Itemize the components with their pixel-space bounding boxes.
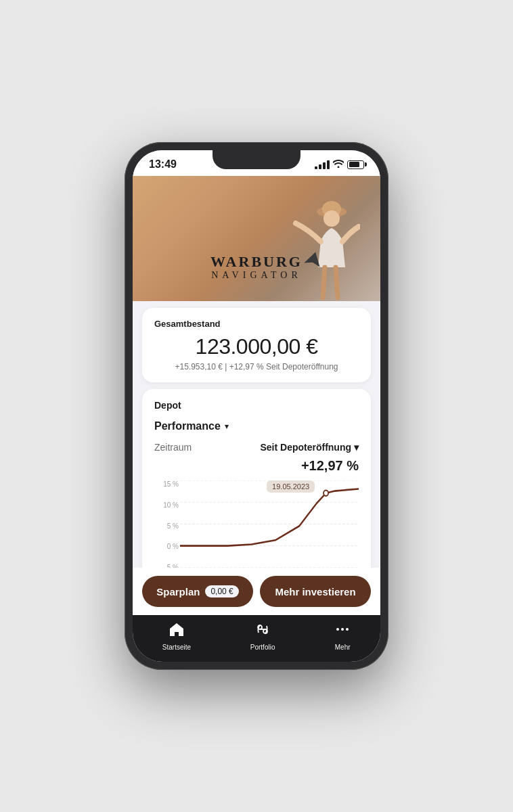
zeitraum-label: Zeitraum — [154, 442, 192, 453]
tab-mehr[interactable]: Mehr — [334, 622, 351, 651]
zeitraum-value-text: Seit Depoteröffnung — [260, 442, 351, 453]
zeitraum-row: Zeitraum Seit Depoteröffnung ▾ — [154, 442, 359, 453]
svg-marker-3 — [304, 250, 323, 267]
performance-percent: +12,97 % — [154, 458, 359, 474]
y-label-15: 15 % — [154, 480, 179, 488]
invest-button[interactable]: Mehr investieren — [260, 576, 371, 607]
y-label-0: 0 % — [154, 543, 179, 550]
svg-point-14 — [336, 628, 339, 631]
invest-label: Mehr investieren — [275, 586, 355, 597]
scroll-content[interactable]: Warburg Navigator Gesamtbestand — [133, 176, 380, 568]
wifi-icon — [333, 160, 344, 170]
more-icon — [334, 622, 351, 641]
svg-point-11 — [324, 491, 328, 495]
zeitraum-chevron-icon: ▾ — [354, 442, 359, 453]
tab-bar: Startseite Portfolio — [133, 615, 380, 662]
y-label-5: 5 % — [154, 522, 179, 530]
depot-card: Depot Performance ▾ Zeitraum Seit Depote… — [142, 389, 371, 568]
performance-chart: 15 % 10 % 5 % 0 % -5 % -10 % — [154, 480, 359, 568]
hero-person — [286, 193, 360, 301]
performance-header[interactable]: Performance ▾ — [154, 420, 359, 432]
svg-point-16 — [346, 628, 349, 631]
status-icons — [315, 160, 364, 170]
status-time: 13:49 — [149, 158, 177, 171]
performance-chevron-icon[interactable]: ▾ — [225, 422, 229, 431]
tab-mehr-label: Mehr — [335, 644, 351, 651]
phone-screen: 13:49 — [133, 150, 380, 662]
y-label-10: 10 % — [154, 501, 179, 509]
battery-icon — [347, 160, 364, 169]
chart-y-axis: 15 % 10 % 5 % 0 % -5 % -10 % — [154, 480, 179, 568]
sparplan-button[interactable]: Sparplan 0,00 € — [142, 576, 253, 607]
tab-startseite-label: Startseite — [162, 644, 191, 651]
tab-startseite[interactable]: Startseite — [162, 622, 191, 651]
tab-portfolio[interactable]: Portfolio — [250, 622, 275, 651]
gesamtbestand-label: Gesamtbestand — [154, 319, 359, 329]
performance-title: Performance — [154, 420, 221, 432]
sparplan-label: Sparplan — [156, 586, 200, 597]
gesamtbestand-card: Gesamtbestand 123.000,00 € +15.953,10 € … — [142, 308, 371, 382]
svg-point-2 — [324, 210, 340, 227]
logo-warburg: Warburg Navigator — [210, 254, 303, 281]
logo-arrow-icon — [304, 250, 323, 272]
gesamtbestand-change: +15.953,10 € | +12,97 % Seit Depoteröffn… — [154, 362, 359, 371]
zeitraum-selector[interactable]: Seit Depoteröffnung ▾ — [260, 442, 359, 453]
signal-icon — [315, 160, 330, 169]
logo-container: Warburg Navigator — [210, 254, 303, 281]
gesamtbestand-value: 123.000,00 € — [154, 334, 359, 359]
home-icon — [169, 622, 185, 641]
hero-section: Warburg Navigator — [133, 176, 380, 301]
bottom-buttons: Sparplan 0,00 € Mehr investieren — [133, 568, 380, 615]
portfolio-icon — [254, 622, 271, 641]
phone-frame: 13:49 — [125, 142, 388, 670]
y-label-neg5: -5 % — [154, 564, 179, 568]
tab-portfolio-label: Portfolio — [250, 644, 275, 651]
chart-svg — [180, 480, 359, 568]
depot-label: Depot — [154, 400, 359, 411]
notch — [213, 150, 300, 169]
sparplan-badge: 0,00 € — [205, 585, 238, 597]
svg-point-15 — [341, 628, 344, 631]
